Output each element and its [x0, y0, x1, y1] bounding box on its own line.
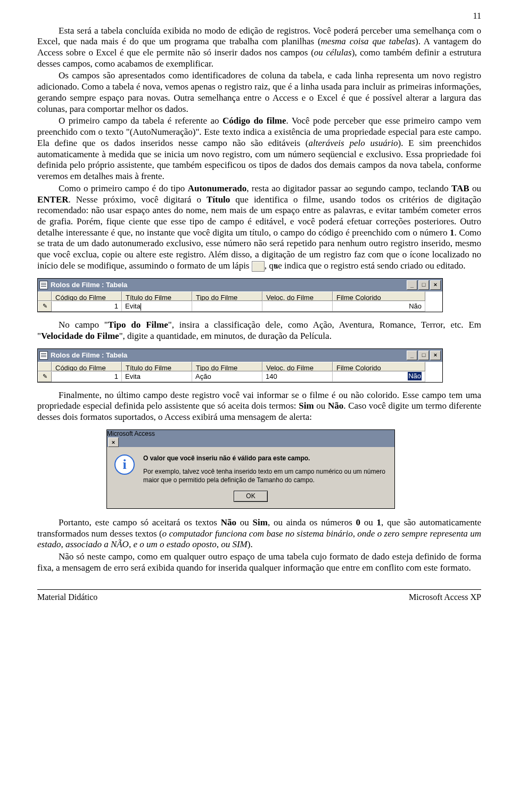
column-header[interactable]: Filme Colorido — [333, 362, 425, 371]
text-bold: Velocidade do Filme — [41, 331, 119, 341]
datasheet-icon — [39, 351, 48, 360]
cell-colorido[interactable]: Não — [333, 301, 425, 312]
text-bold: 0 — [356, 517, 361, 527]
selected-text: Não — [408, 372, 422, 380]
text: . Nesse próximo, você digitará o — [69, 194, 207, 205]
access-table-window-1: Rolos de Filme : Tabela _ □ × Código do … — [37, 278, 443, 312]
text-bold: Autonumerado — [188, 183, 247, 193]
column-header[interactable]: Código do Filme — [52, 291, 122, 301]
text: No campo " — [59, 320, 108, 330]
text-bold: Sim — [253, 517, 268, 527]
text: ou — [236, 517, 253, 527]
cell-text: Evita — [125, 302, 141, 310]
minimize-button[interactable]: _ — [407, 351, 417, 360]
paragraph-3: O primeiro campo da tabela é referente a… — [37, 116, 481, 182]
page-number: 11 — [37, 0, 481, 26]
cell-tipo[interactable]: Ação — [192, 371, 262, 382]
text: Portanto, este campo só aceitará os text… — [59, 517, 221, 527]
access-error-dialog: Microsoft Access × i O valor que você in… — [106, 429, 395, 509]
cell-colorido-selected[interactable]: Não — [333, 371, 425, 382]
paragraph-6: Finalmente, no último campo deste regist… — [37, 390, 481, 423]
titlebar: Rolos de Filme : Tabela _ □ × — [38, 279, 442, 291]
access-table-window-2: Rolos de Filme : Tabela _ □ × Código do … — [37, 348, 443, 383]
minimize-button[interactable]: _ — [407, 280, 417, 290]
text-bold: 1 — [377, 517, 382, 527]
cell-veloc[interactable]: 140 — [262, 371, 333, 382]
text-italic: alteráveis pelo usuário — [309, 138, 398, 148]
text: , que indica que o registro está sendo c… — [265, 261, 466, 271]
text: ", digite a quantidade, em minutos, de d… — [119, 331, 332, 341]
table-row: ✎ 1 Evita Não — [38, 301, 442, 312]
header-row: Código do Filme Título do Filme Tipo do … — [38, 291, 442, 301]
text: Como o primeiro campo é do tipo — [59, 183, 188, 193]
text-bold: Título — [207, 194, 230, 205]
paragraph-4: Como o primeiro campo é do tipo Autonume… — [37, 183, 481, 272]
text-bold: TAB — [451, 183, 469, 193]
maximize-button[interactable]: □ — [418, 280, 429, 290]
cell-tipo[interactable] — [192, 301, 262, 312]
text: , resta ao digitador passar ao segundo c… — [246, 183, 451, 193]
text-bold: Não — [221, 517, 236, 527]
header-row: Código do Filme Título do Filme Tipo do … — [38, 362, 442, 371]
footer-right: Microsoft Access XP — [409, 592, 481, 603]
column-header[interactable]: Título do Filme — [122, 291, 192, 301]
dialog-message-bold: O valor que você inseriu não é válido pa… — [143, 454, 387, 462]
text-italic: mesma coisa que tabelas — [321, 36, 415, 46]
row-selector-header[interactable] — [38, 291, 52, 301]
dialog-title: Microsoft Access — [107, 430, 155, 437]
text-bold: Sim — [299, 401, 314, 411]
text-bold: Código do filme — [222, 116, 286, 126]
datasheet-grid: Código do Filme Título do Filme Tipo do … — [38, 362, 442, 382]
text-bold: 1 — [450, 228, 455, 238]
text-italic: ou células — [314, 47, 352, 58]
pencil-icon: ✎ — [252, 261, 265, 272]
text: O primeiro campo da tabela é referente a… — [59, 116, 222, 126]
close-button[interactable]: × — [108, 437, 119, 447]
info-icon: i — [114, 454, 135, 475]
paragraph-5: No campo "Tipo do Filme", insira a class… — [37, 320, 481, 342]
paragraph-8: Não só neste campo, como em qualquer out… — [37, 551, 481, 573]
text: ou — [469, 183, 481, 193]
text-bold: Tipo do Filme — [108, 320, 168, 330]
dialog-titlebar: Microsoft Access × — [107, 430, 394, 448]
column-header[interactable]: Filme Colorido — [333, 291, 425, 301]
maximize-button[interactable]: □ — [418, 351, 429, 360]
titlebar: Rolos de Filme : Tabela _ □ × — [38, 349, 442, 362]
close-button[interactable]: × — [430, 351, 441, 360]
cell-titulo[interactable]: Evita — [122, 301, 192, 312]
text: ou — [314, 401, 328, 411]
text-cursor — [141, 303, 141, 311]
window-title: Rolos de Filme : Tabela — [51, 281, 127, 289]
cell-codigo[interactable]: 1 — [52, 371, 122, 382]
paragraph-1: Esta será a tabela concluída exibida no … — [37, 26, 481, 70]
cell-veloc[interactable] — [262, 301, 333, 312]
cell-codigo[interactable]: 1 — [52, 301, 122, 312]
close-button[interactable]: × — [430, 280, 441, 290]
column-header[interactable]: Código do Filme — [52, 362, 122, 371]
paragraph-2: Os campos são apresentados como identifi… — [37, 70, 481, 115]
column-header[interactable]: Tipo do Filme — [192, 362, 262, 371]
paragraph-7: Portanto, este campo só aceitará os text… — [37, 517, 481, 550]
dialog-text: O valor que você inseriu não é válido pa… — [143, 454, 387, 484]
window-title: Rolos de Filme : Tabela — [51, 351, 127, 360]
row-marker-pencil-icon[interactable]: ✎ — [38, 301, 52, 312]
dialog-message-detail: Por exemplo, talvez você tenha inserido … — [143, 468, 387, 484]
column-header[interactable]: Título do Filme — [122, 362, 192, 371]
text-bold: ENTER — [37, 194, 69, 205]
datasheet-grid: Código do Filme Título do Filme Tipo do … — [38, 291, 442, 312]
column-header[interactable]: Veloc. do Filme — [262, 291, 333, 301]
ok-button[interactable]: OK — [234, 491, 267, 502]
table-row: ✎ 1 Evita Ação 140 Não — [38, 371, 442, 382]
row-selector-header[interactable] — [38, 362, 52, 371]
text: ou — [360, 517, 377, 527]
row-marker-pencil-icon[interactable]: ✎ — [38, 371, 52, 382]
text: ). — [248, 539, 253, 549]
page-footer: Material Didático Microsoft Access XP — [37, 589, 481, 603]
text-bold: Não — [328, 401, 343, 411]
cell-titulo[interactable]: Evita — [122, 371, 192, 382]
column-header[interactable]: Tipo do Filme — [192, 291, 262, 301]
column-header[interactable]: Veloc. do Filme — [262, 362, 333, 371]
datasheet-icon — [39, 281, 48, 289]
footer-left: Material Didático — [37, 592, 97, 603]
text: , ou ainda os números — [268, 517, 356, 527]
